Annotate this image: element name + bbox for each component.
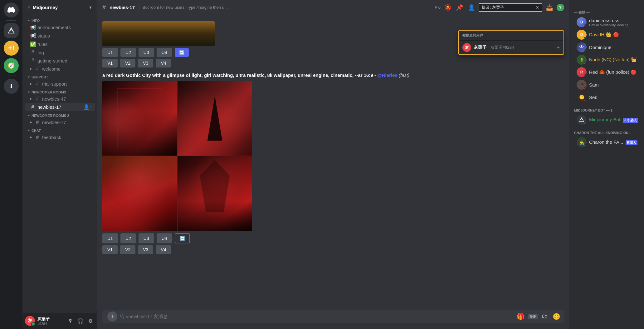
section-newcomer-header[interactable]: ▼ NEWCOMER ROOMS <box>22 89 97 95</box>
mention-search-input[interactable] <box>482 5 534 10</box>
member-sam[interactable]: 🎩 Sam <box>572 78 642 91</box>
mute-icon[interactable]: 🎙 <box>66 317 75 325</box>
member-danielrussruss[interactable]: D danielrussruss Partial availability, d… <box>572 16 642 28</box>
refresh-button-top[interactable]: 🔄 <box>175 48 189 57</box>
channel-welcome[interactable]: ▶ # welcome <box>25 65 95 73</box>
message-2: a red dark Gothic City with a glimpse of… <box>97 71 569 257</box>
section-chat-header[interactable]: ▼ CHAT <box>22 127 97 133</box>
section-info-header[interactable]: ▼ INFO <box>22 17 97 23</box>
section-newcomer: ▼ NEWCOMER ROOMS ▶ # newbies-47 # newbie… <box>22 89 97 111</box>
member-seb[interactable]: 😶 Seb <box>572 91 642 103</box>
member-dominique[interactable]: 👁 Dominique <box>572 41 642 53</box>
server-icon-green[interactable]: 🧭 <box>4 58 19 73</box>
channel-newbies-17[interactable]: # newbies-17 👤+ <box>25 103 95 111</box>
emoji-icon[interactable]: 😊 <box>551 312 562 322</box>
mention-search-box[interactable]: ✕ <box>479 3 542 12</box>
v-buttons-row-2: V1 V2 V3 V4 <box>102 245 564 254</box>
member-info-daniel: danielrussruss Partial availability, dea… <box>589 18 633 27</box>
member-name-daniel: danielrussruss <box>589 18 633 23</box>
v1-button-top[interactable]: V1 <box>102 59 118 67</box>
section-info: ▼ INFO 📢 announcements 📢 status ✅ rules … <box>22 17 97 73</box>
status-icon: 📢 <box>30 33 36 39</box>
add-member-icon[interactable]: 👤+ <box>83 104 92 110</box>
v4-button-top[interactable]: V4 <box>156 59 171 67</box>
v2-button-bottom[interactable]: V2 <box>120 245 135 254</box>
section-chat: ▼ CHAT ▶ # feedback <box>22 127 97 141</box>
u1-button-bottom[interactable]: U1 <box>102 233 118 243</box>
section-support-header[interactable]: ▼ SUPPORT <box>22 74 97 80</box>
mute-channel-icon[interactable]: 🔕 <box>443 3 452 12</box>
gothic-city-image-grid <box>102 81 252 231</box>
u4-button-bottom[interactable]: U4 <box>157 233 172 243</box>
refresh-button-bottom[interactable]: 🔄 <box>175 233 190 243</box>
member-status-david <box>584 37 587 40</box>
u4-button-top[interactable]: U4 <box>157 48 172 57</box>
v3-button-top[interactable]: V3 <box>138 59 153 67</box>
inbox-icon[interactable]: 📥 <box>545 3 554 12</box>
member-status-daniel <box>584 24 587 27</box>
member-avatar-seb: 😶 <box>577 92 587 102</box>
channel-feedback[interactable]: ▶ # feedback <box>25 133 95 141</box>
channel-rules[interactable]: ✅ rules <box>25 40 95 48</box>
section-newcomer2-header[interactable]: ▼ NEWCOMER ROOMS 2 <box>22 112 97 118</box>
sticker-icon[interactable]: 🗂 <box>540 312 549 321</box>
member-charon-bot[interactable]: 🧙 Charon the FA... 机器人 <box>572 136 642 148</box>
channel-newbies-77[interactable]: ▶ # newbies-77 <box>25 118 95 126</box>
gif-icon[interactable]: GIF <box>528 314 538 319</box>
v2-button-top[interactable]: V2 <box>120 59 135 67</box>
channel-sidebar: ✓ Midjourney ▼ ▼ INFO 📢 announcements 📢 … <box>22 0 97 329</box>
mention-dropdown-item[interactable]: 灰 灰栗子 灰栗子#9284 + <box>459 41 564 54</box>
member-count-badge: # 6 <box>435 5 441 10</box>
section-newcomer2: ▼ NEWCOMER ROOMS 2 ▶ # newbies-77 <box>22 112 97 126</box>
v3-button-bottom[interactable]: V3 <box>138 245 153 254</box>
channel-newbies-47[interactable]: ▶ # newbies-47 <box>25 95 95 103</box>
u1-button-top[interactable]: U1 <box>102 48 118 57</box>
section-support: ▼ SUPPORT ▶ # trial-support <box>22 74 97 88</box>
u3-button-bottom[interactable]: U3 <box>139 233 154 243</box>
rules-icon: ✅ <box>30 41 36 47</box>
server-name-header[interactable]: ✓ Midjourney ▼ <box>22 0 97 15</box>
channel-getting-started[interactable]: # getting-started <box>25 57 95 65</box>
member-davidh[interactable]: D DavidH 👑 🔴 <box>572 28 642 41</box>
pin-icon[interactable]: 📌 <box>455 3 464 12</box>
chat-input[interactable] <box>120 310 513 323</box>
v4-button-bottom[interactable]: V4 <box>156 245 171 254</box>
gift-icon[interactable]: 🎁 <box>515 312 526 322</box>
server-icon-yellow[interactable]: +! <box>4 41 19 56</box>
u3-button-top[interactable]: U3 <box>139 48 154 57</box>
mention-search-clear[interactable]: ✕ <box>535 5 539 10</box>
mention-add-icon[interactable]: + <box>556 44 560 51</box>
u2-button-top[interactable]: U2 <box>120 48 136 57</box>
chat-input-area: + 🎁 GIF 🗂 😊 <box>97 307 569 329</box>
member-nadir[interactable]: 🧍 Nadir (NC) (No fun) 👑 <box>572 53 642 66</box>
channel-announcements[interactable]: 📢 announcements <box>25 23 95 32</box>
channel-status[interactable]: 📢 status <box>25 32 95 40</box>
server-divider-2 <box>6 76 16 76</box>
server-icon-midjourney[interactable] <box>4 23 19 38</box>
member-list-icon[interactable]: 👤 <box>467 3 476 12</box>
channel-faq[interactable]: # faq <box>25 48 95 57</box>
image-cell-1 <box>102 81 177 156</box>
settings-icon[interactable]: ⚙ <box>86 317 95 325</box>
v1-button-bottom[interactable]: V1 <box>102 245 118 254</box>
u2-button-bottom[interactable]: U2 <box>120 233 136 243</box>
hash-icon-trial: # <box>35 81 40 87</box>
mention-nieries: @Nieries <box>377 72 398 78</box>
v-buttons-row-1: V1 V2 V3 V4 <box>102 59 564 67</box>
member-midjourney-bot[interactable]: Midjourney Bot ✓ 机器人 <box>572 113 642 126</box>
current-user-avatar[interactable]: 灰 <box>25 316 35 326</box>
bot-badge-charon: 机器人 <box>626 140 637 145</box>
deafen-icon[interactable]: 🎧 <box>76 317 85 325</box>
channel-header: # newbies-17 Bot room for new users. Typ… <box>97 0 569 15</box>
member-red[interactable]: R Red 🦀 (fun police) 🔴 <box>572 66 642 78</box>
current-user-discriminator: #9284 <box>37 322 64 326</box>
channel-trial-support[interactable]: ▶ # trial-support <box>25 80 95 88</box>
members-online-header: — 在线 — <box>569 5 644 16</box>
member-info-mjbot: Midjourney Bot ✓ 机器人 <box>589 117 638 123</box>
discord-home-icon[interactable] <box>4 2 19 17</box>
help-icon[interactable]: ? <box>557 4 564 11</box>
add-attachment-button[interactable]: + <box>107 312 117 322</box>
member-status-nadir <box>584 62 587 65</box>
server-icon-download[interactable]: ⬇ <box>4 79 19 94</box>
channel-hash-icon: # <box>102 4 106 11</box>
